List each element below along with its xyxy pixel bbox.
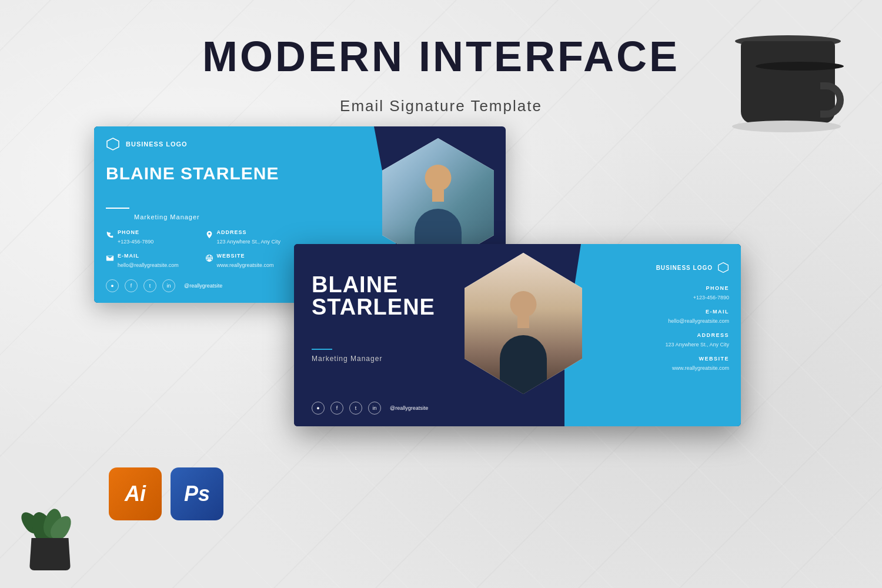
card1-email: E-MAIL hello@reallygreatsite.com xyxy=(106,253,182,269)
card2-business-logo: BUSINESS LOGO xyxy=(656,262,729,273)
card1-phone: PHONE +123-456-7890 xyxy=(106,229,182,246)
card2-instagram-icon: ● xyxy=(312,402,325,415)
card2-email-label: E-MAIL xyxy=(656,309,729,315)
ps-label: Ps xyxy=(184,482,210,506)
card1-address-value: 123 Anywhere St., Any City xyxy=(217,239,281,245)
card1-website: WEBSITE www.reallygreatsite.com xyxy=(205,253,281,269)
ai-label: Ai xyxy=(125,482,146,506)
card2-hex-frame xyxy=(465,253,582,394)
card2-social-bar: ● f t in @reallygreatsite xyxy=(312,402,428,415)
location-icon xyxy=(205,230,213,239)
cup-handle xyxy=(820,82,844,118)
twitter-icon: t xyxy=(143,279,156,292)
card1-header: BUSINESS LOGO xyxy=(106,137,188,151)
phone-icon xyxy=(106,230,114,239)
card2-job-title: Marketing Manager xyxy=(312,355,382,363)
card2-email-value: hello@reallygreatsite.com xyxy=(668,318,729,324)
card1-website-label: WEBSITE xyxy=(217,253,274,259)
card1-social-handle: @reallygreatsite xyxy=(184,283,222,289)
card2-name-line2: STARLENE xyxy=(312,296,435,318)
card2-person-photo xyxy=(465,253,582,394)
card1-email-label: E-MAIL xyxy=(118,253,179,259)
cup-saucer xyxy=(732,121,841,132)
card1-phone-value: +123-456-7890 xyxy=(118,239,153,245)
card2-hex-logo-icon xyxy=(717,262,729,273)
coffee-cup-decoration xyxy=(729,24,847,153)
card2-website-label: WEBSITE xyxy=(656,356,729,362)
software-icons-bar: Ai Ps xyxy=(109,467,223,520)
card1-business-logo-label: BUSINESS LOGO xyxy=(126,141,188,148)
card2-social-handle: @reallygreatsite xyxy=(390,405,428,411)
svg-marker-0 xyxy=(107,138,119,150)
card2-linkedin-icon: in xyxy=(368,402,381,415)
plant-pot xyxy=(29,538,71,570)
card2-website-value: www.reallygreatsite.com xyxy=(672,365,729,371)
email-icon xyxy=(106,254,114,262)
plant-decoration xyxy=(18,482,88,570)
card2-phone-label: PHONE xyxy=(656,285,729,291)
instagram-icon: ● xyxy=(106,279,119,292)
card2-name-line1: BLAINE xyxy=(312,273,435,296)
card2-photo-hexagon xyxy=(465,253,582,394)
card2-person-body xyxy=(500,335,547,394)
card1-title-divider xyxy=(106,208,129,209)
svg-marker-1 xyxy=(719,263,729,273)
card1-phone-label: PHONE xyxy=(118,229,153,235)
plant-leaves xyxy=(18,485,82,544)
person-head xyxy=(425,165,452,191)
person-neck xyxy=(432,190,444,202)
hex-logo-icon xyxy=(106,137,120,151)
card2-address-value: 123 Anywhere St., Any City xyxy=(665,342,729,348)
card2-email: E-MAIL hello@reallygreatsite.com xyxy=(656,309,729,325)
card2-facebook-icon: f xyxy=(330,402,343,415)
cup-liquid xyxy=(756,62,844,71)
card1-website-value: www.reallygreatsite.com xyxy=(217,262,274,268)
card2-address: ADDRESS 123 Anywhere St., Any City xyxy=(656,332,729,349)
card1-email-value: hello@reallygreatsite.com xyxy=(118,262,179,268)
photoshop-icon: Ps xyxy=(171,467,223,520)
card2-title-divider xyxy=(312,349,332,350)
card2-website: WEBSITE www.reallygreatsite.com xyxy=(656,356,729,372)
card2-person-neck xyxy=(517,316,529,328)
card2-person-silhouette xyxy=(491,288,556,394)
cup-body xyxy=(741,41,835,123)
card2-phone: PHONE +123-456-7890 xyxy=(656,285,729,302)
card1-social-bar: ● f t in @reallygreatsite xyxy=(106,279,222,292)
card2-person-head xyxy=(510,291,537,318)
card1-contact-grid: PHONE +123-456-7890 ADDRESS 123 Anywhere… xyxy=(106,229,280,269)
facebook-icon: f xyxy=(125,279,138,292)
email-template-card-2: BLAINE STARLENE Marketing Manager ● f t … xyxy=(294,244,741,426)
card2-phone-value: +123-456-7890 xyxy=(693,295,729,300)
card2-business-logo-label: BUSINESS LOGO xyxy=(656,265,713,271)
card2-address-label: ADDRESS xyxy=(656,332,729,338)
illustrator-icon: Ai xyxy=(109,467,162,520)
card1-job-title: Marketing Manager xyxy=(134,213,200,220)
website-icon xyxy=(205,254,213,262)
linkedin-icon: in xyxy=(162,279,175,292)
card2-twitter-icon: t xyxy=(349,402,362,415)
card2-contact-right: BUSINESS LOGO PHONE +123-456-7890 E-MAIL… xyxy=(656,262,729,379)
card1-address-label: ADDRESS xyxy=(217,229,281,235)
card1-address: ADDRESS 123 Anywhere St., Any City xyxy=(205,229,281,246)
card1-person-name: BLAINE STARLENE xyxy=(106,165,279,182)
card2-person-name: BLAINE STARLENE xyxy=(312,273,435,318)
